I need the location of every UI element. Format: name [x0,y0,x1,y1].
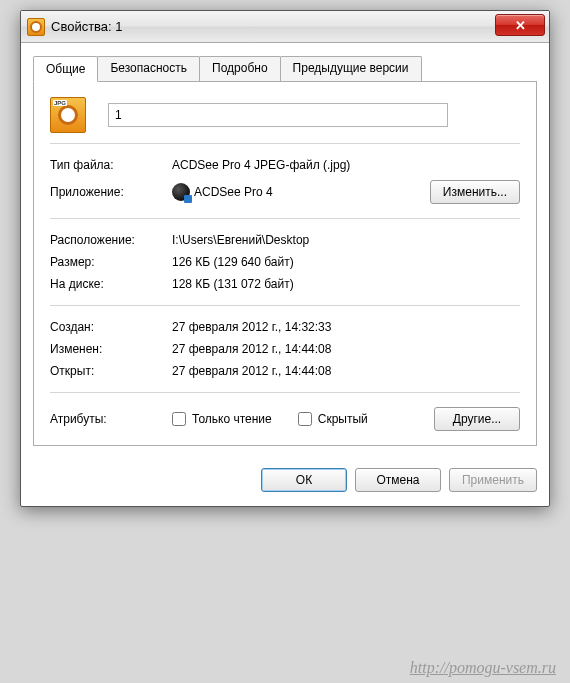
location-label: Расположение: [50,233,172,247]
file-type-icon [50,97,86,133]
modified-label: Изменен: [50,342,172,356]
dialog-footer: ОК Отмена Применить [21,456,549,506]
location-value: I:\Users\Евгений\Desktop [172,233,520,247]
watermark-text: http://pomogu-vsem.ru [410,659,556,677]
titlebar[interactable]: Свойства: 1 ✕ [21,11,549,43]
modified-value: 27 февраля 2012 г., 14:44:08 [172,342,520,356]
app-value: ACDSee Pro 4 [194,185,273,199]
readonly-label: Только чтение [192,412,272,426]
accessed-label: Открыт: [50,364,172,378]
separator [50,392,520,393]
apply-button[interactable]: Применить [449,468,537,492]
filename-input[interactable] [108,103,448,127]
cancel-button[interactable]: Отмена [355,468,441,492]
app-label: Приложение: [50,185,172,199]
hidden-checkbox-wrap[interactable]: Скрытый [298,412,368,426]
tab-security[interactable]: Безопасность [97,56,200,81]
close-icon: ✕ [515,18,526,33]
application-icon [172,183,190,201]
tabpanel-general: Тип файла: ACDSee Pro 4 JPEG-файл (.jpg)… [33,81,537,446]
change-app-button[interactable]: Изменить... [430,180,520,204]
filetype-label: Тип файла: [50,158,172,172]
attributes-label: Атрибуты: [50,412,172,426]
filetype-value: ACDSee Pro 4 JPEG-файл (.jpg) [172,158,520,172]
ok-button[interactable]: ОК [261,468,347,492]
tab-details[interactable]: Подробно [199,56,281,81]
readonly-checkbox[interactable] [172,412,186,426]
accessed-value: 27 февраля 2012 г., 14:44:08 [172,364,520,378]
advanced-attributes-button[interactable]: Другие... [434,407,520,431]
created-value: 27 февраля 2012 г., 14:32:33 [172,320,520,334]
readonly-checkbox-wrap[interactable]: Только чтение [172,412,272,426]
tab-previous[interactable]: Предыдущие версии [280,56,422,81]
size-label: Размер: [50,255,172,269]
tabstrip: Общие Безопасность Подробно Предыдущие в… [33,56,537,82]
sizeondisk-label: На диске: [50,277,172,291]
separator [50,218,520,219]
hidden-checkbox[interactable] [298,412,312,426]
separator [50,143,520,144]
content-area: Общие Безопасность Подробно Предыдущие в… [21,43,549,456]
sizeondisk-value: 128 КБ (131 072 байт) [172,277,520,291]
window-icon [27,18,45,36]
separator [50,305,520,306]
properties-dialog: Свойства: 1 ✕ Общие Безопасность Подробн… [20,10,550,507]
close-button[interactable]: ✕ [495,14,545,36]
window-title: Свойства: 1 [51,19,123,34]
size-value: 126 КБ (129 640 байт) [172,255,520,269]
created-label: Создан: [50,320,172,334]
hidden-label: Скрытый [318,412,368,426]
tab-general[interactable]: Общие [33,56,98,82]
